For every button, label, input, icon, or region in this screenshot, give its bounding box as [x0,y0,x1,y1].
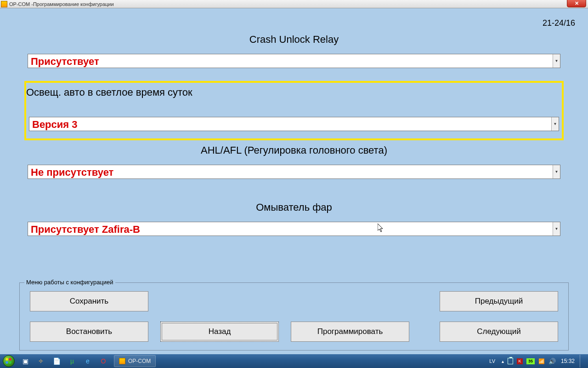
taskbar-icon-1[interactable]: ▣ [19,356,31,366]
spacer [291,291,409,311]
dropdown-headlight-washer[interactable]: Присутствует Zafira-B ▼ [28,222,560,236]
tray-chevron-icon[interactable]: ▴ [502,359,504,364]
taskbar-app-label: OP-COM [128,358,151,364]
dropdown-daylight[interactable]: Версия 3 ▼ [29,117,559,131]
clock[interactable]: 15:32 [560,358,576,364]
taskbar-app-opcom[interactable]: OP-COM [114,355,156,367]
battery-icon[interactable] [508,358,513,364]
window-title: OP-COM -Программирование конфигурации [9,1,114,7]
dropdown-value: Не присутствует [28,165,553,178]
section-crash-unlock: Crash Unlock Relay Присутствует ▼ [28,34,560,68]
save-button[interactable]: Сохранить [30,291,148,311]
chevron-down-icon: ▼ [553,165,560,178]
prev-button[interactable]: Предыдущий [440,291,558,311]
dropdown-crash-unlock[interactable]: Присутствует ▼ [28,54,560,68]
close-button[interactable]: ✕ [567,0,586,7]
section-ahl-afl: AHL/AFL (Регулировка головного света) Не… [28,144,560,179]
windows-logo-icon [3,355,15,367]
restore-button[interactable]: Востановить [30,322,148,342]
app-icon [119,358,125,364]
taskbar-icon-ie[interactable]: e [82,356,94,366]
chevron-down-icon: ▼ [551,117,559,131]
app-icon [1,1,7,7]
kaspersky-icon[interactable]: K [517,358,523,364]
program-button[interactable]: Программировать [291,322,409,342]
chevron-down-icon: ▼ [553,222,560,236]
chevron-down-icon: ▼ [553,54,560,68]
section-label: Освещ. авто в светлое время суток [26,86,562,98]
system-tray: LV ▴ K 35 📶 🔊 15:32 [489,355,588,368]
tray-badge[interactable]: 35 [526,358,535,364]
taskbar-icon-opera[interactable]: O [97,356,109,366]
window-titlebar: OP-COM -Программирование конфигурации ✕ [0,0,588,8]
language-indicator[interactable]: LV [489,358,495,364]
config-menu-legend: Меню работы с конфигурацией [24,279,115,286]
button-row-2: Востановить Назад Программировать Следую… [30,322,558,342]
network-icon[interactable]: 📶 [538,358,545,364]
taskbar: ▣ ✧ 📄 µ e O OP-COM LV ▴ K 35 📶 🔊 15:32 [0,354,588,368]
next-button[interactable]: Следующий [440,322,558,342]
spacer [160,291,279,311]
dropdown-value: Присутствует Zafira-B [28,222,553,236]
taskbar-icon-2[interactable]: ✧ [35,356,47,366]
volume-icon[interactable]: 🔊 [548,358,556,365]
taskbar-icon-3[interactable]: 📄 [51,356,62,366]
close-icon: ✕ [575,0,579,6]
section-daylight-highlight: Освещ. авто в светлое время суток Версия… [24,81,564,140]
taskbar-icon-utorrent[interactable]: µ [66,356,78,366]
dropdown-ahl-afl[interactable]: Не присутствует ▼ [28,165,560,179]
button-row-1: Сохранить Предыдущий [30,291,558,311]
config-menu-fieldset: Меню работы с конфигурацией Сохранить Пр… [19,282,569,351]
section-label: AHL/AFL (Регулировка головного света) [28,144,560,156]
page-indicator: 21-24/16 [543,18,575,28]
dropdown-value: Версия 3 [29,117,551,131]
back-button[interactable]: Назад [160,322,279,342]
dropdown-value: Присутствует [28,54,553,68]
show-desktop-button[interactable] [580,355,584,368]
section-label: Crash Unlock Relay [28,34,560,46]
client-area: 21-24/16 Crash Unlock Relay Присутствует… [0,8,588,354]
section-headlight-washer: Омыватель фар Присутствует Zafira-B ▼ [28,201,560,236]
start-button[interactable] [0,354,17,368]
section-label: Омыватель фар [28,201,560,213]
